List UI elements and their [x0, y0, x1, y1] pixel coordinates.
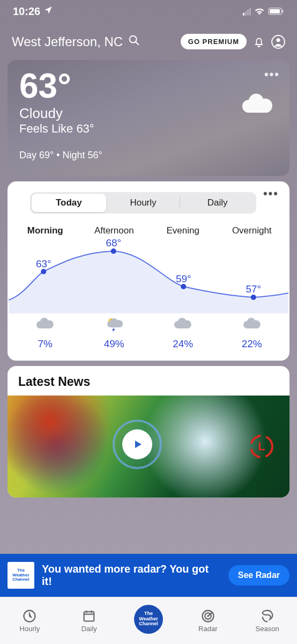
period-precip: 22% — [218, 338, 287, 350]
hurricane-icon — [260, 609, 275, 624]
period-temp: 57° — [246, 283, 261, 295]
play-button[interactable] — [112, 419, 163, 470]
forecast-precip-row: 7% 49% 24% 22% — [9, 335, 288, 350]
period-label: Evening — [148, 225, 218, 236]
ad-banner[interactable]: The Weather Channel You wanted more rada… — [0, 554, 297, 597]
news-video-thumbnail[interactable]: L — [8, 396, 289, 497]
forecast-segmented-control: Today Hourly Daily — [30, 192, 256, 214]
period-precip: 7% — [11, 338, 80, 350]
search-icon — [128, 34, 140, 49]
svg-point-12 — [114, 421, 161, 468]
period-temp: 63° — [36, 258, 51, 270]
day-night-temps: Day 69° • Night 56° — [19, 150, 278, 161]
period-precip: 49% — [80, 338, 149, 350]
current-temperature: 63° — [19, 69, 278, 103]
tab-label: Radar — [198, 625, 217, 633]
ad-cta-button[interactable]: See Radar — [228, 565, 289, 586]
svg-rect-15 — [84, 612, 94, 621]
tab-label: Hourly — [20, 625, 40, 633]
forecast-period-labels: Morning Afternoon Evening Overnight — [9, 216, 288, 236]
cloud-icon — [240, 93, 274, 119]
forecast-card: ••• Today Hourly Daily Morning Afternoon… — [8, 181, 289, 361]
weather-channel-logo: The Weather Channel — [134, 605, 163, 634]
period-label: Afternoon — [80, 225, 149, 236]
app-header: West Jefferson, NC GO PREMIUM — [0, 20, 297, 55]
svg-rect-1 — [282, 10, 284, 13]
period-precip: 24% — [148, 338, 218, 350]
tab-home[interactable]: The Weather Channel — [119, 597, 179, 644]
weather-channel-logo: The Weather Channel — [8, 562, 34, 589]
status-time: 10:26 — [13, 5, 40, 18]
tab-daily[interactable]: Daily — [180, 194, 255, 212]
svg-point-10 — [251, 295, 256, 300]
tab-today[interactable]: Today — [32, 194, 106, 212]
tab-hourly[interactable]: Hourly — [0, 597, 60, 644]
wifi-icon — [254, 5, 265, 18]
go-premium-button[interactable]: GO PREMIUM — [181, 34, 247, 49]
cloudy-icon — [218, 317, 287, 335]
low-pressure-badge: L — [249, 434, 274, 459]
status-bar: 10:26 — [0, 0, 297, 20]
temperature-chart: 63° 68° 59° 57° — [9, 238, 288, 313]
thunderstorm-icon — [80, 317, 149, 335]
news-heading: Latest News — [8, 375, 289, 396]
svg-point-6 — [277, 38, 280, 42]
cloudy-icon — [11, 317, 80, 335]
forecast-condition-icons — [9, 313, 288, 335]
location-name: West Jefferson, NC — [12, 34, 123, 49]
feels-like: Feels Like 63° — [19, 122, 278, 136]
current-condition: Cloudy — [19, 105, 278, 122]
clock-icon — [22, 609, 37, 624]
svg-point-13 — [251, 436, 272, 457]
cloudy-icon — [148, 317, 218, 335]
tab-radar[interactable]: Radar — [178, 597, 237, 644]
period-label: Overnight — [218, 225, 287, 236]
period-temp: 59° — [176, 273, 191, 285]
more-options-icon[interactable]: ••• — [263, 187, 279, 201]
ad-text: You wanted more radar? You got it! — [42, 563, 221, 588]
tab-daily[interactable]: Daily — [60, 597, 119, 644]
tab-season[interactable]: Season — [237, 597, 297, 644]
location-services-icon — [43, 5, 53, 18]
profile-button[interactable] — [271, 35, 285, 49]
cellular-signal-icon — [243, 8, 251, 16]
more-options-icon[interactable]: ••• — [264, 68, 280, 82]
period-label: Morning — [11, 225, 80, 236]
tab-label: Season — [256, 625, 279, 633]
svg-rect-2 — [270, 9, 280, 13]
tab-label: Daily — [81, 625, 97, 633]
radar-icon — [201, 609, 216, 624]
current-conditions-card[interactable]: ••• 63° Cloudy Feels Like 63° Day 69° • … — [8, 60, 289, 176]
battery-icon — [268, 5, 284, 18]
bottom-tab-bar: Hourly Daily The Weather Channel Radar S… — [0, 597, 297, 644]
svg-point-8 — [111, 248, 116, 254]
calendar-icon — [81, 609, 96, 624]
notifications-button[interactable] — [252, 35, 266, 49]
period-temp: 68° — [106, 237, 121, 249]
location-selector[interactable]: West Jefferson, NC — [12, 34, 175, 49]
svg-line-4 — [136, 41, 139, 45]
tab-hourly[interactable]: Hourly — [106, 194, 181, 212]
latest-news-card: Latest News L — [8, 366, 289, 497]
